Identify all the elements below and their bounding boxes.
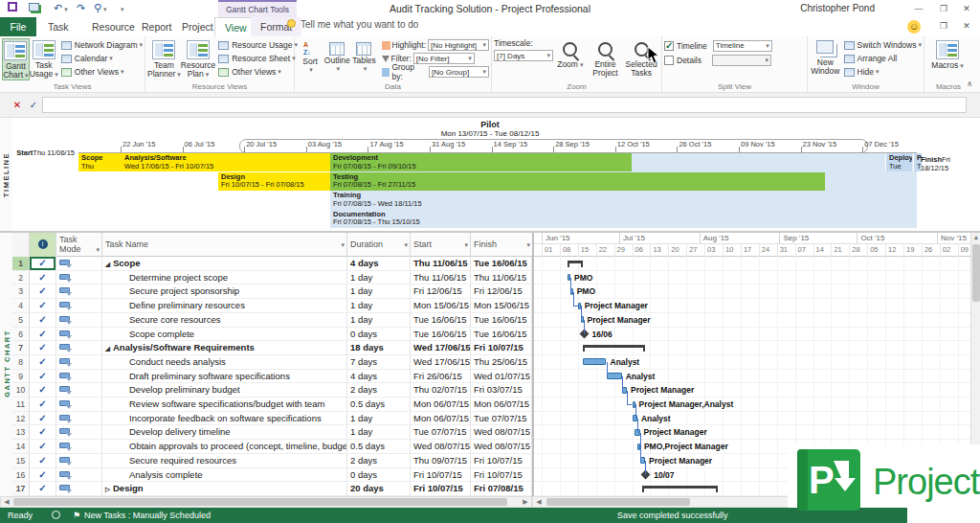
- scroll-up-icon[interactable]: ▲: [971, 233, 980, 242]
- table-row[interactable]: 8✓Conduct needs analysis7 daysWed 17/06/…: [12, 355, 532, 370]
- switch-windows-button[interactable]: Switch Windows▾: [844, 38, 922, 52]
- finish-cell[interactable]: Fri 10/07/15: [471, 341, 532, 355]
- resource-usage-button[interactable]: Resource Usage▾: [218, 38, 298, 52]
- accessibility-icon[interactable]: [52, 511, 60, 519]
- groupby-dropdown[interactable]: [No Group]▾: [429, 66, 489, 78]
- new-tasks-status[interactable]: New Tasks : Manually Scheduled: [84, 511, 211, 520]
- duration-cell[interactable]: 1 day: [347, 425, 411, 440]
- table-row[interactable]: 1✓◢Scope4 daysThu 11/06/15Tue 16/06/15: [12, 257, 532, 271]
- gantt-task-bar[interactable]: [583, 358, 606, 365]
- task-mode-cell[interactable]: [56, 284, 102, 299]
- task-mode-cell[interactable]: [56, 454, 102, 468]
- finish-column-header[interactable]: Finish▾: [471, 233, 532, 257]
- task-name-cell[interactable]: Conduct needs analysis: [102, 355, 347, 370]
- duration-cell[interactable]: 2 days: [347, 454, 411, 468]
- start-cell[interactable]: Thu 09/07/15: [411, 454, 471, 468]
- info-cell[interactable]: ✓: [30, 284, 56, 299]
- task-mode-cell[interactable]: [56, 482, 102, 496]
- task-mode-cell[interactable]: [56, 370, 102, 384]
- timeline-bar-analysis-software[interactable]: Analysis/SoftwareWed 17/06/15 - Fri 10/0…: [122, 153, 330, 171]
- restore-button[interactable]: ❐: [934, 2, 953, 15]
- collapse-icon[interactable]: ◢: [105, 258, 110, 271]
- timeline-bar-development[interactable]: DevelopmentFri 07/08/15 - Fri 09/10/15: [330, 153, 632, 171]
- task-mode-cell[interactable]: [56, 412, 102, 426]
- row-number[interactable]: 4: [12, 299, 30, 313]
- scrollbar-thumb[interactable]: [13, 498, 507, 506]
- row-number[interactable]: 1: [12, 257, 30, 271]
- entry-input[interactable]: [42, 97, 967, 113]
- info-cell[interactable]: ✓: [30, 313, 56, 328]
- close-button[interactable]: ✕: [957, 2, 976, 15]
- table-row[interactable]: 9✓Draft preliminary software specificati…: [12, 370, 532, 384]
- info-column-header[interactable]: i: [30, 233, 56, 257]
- row-number[interactable]: 6: [12, 328, 30, 342]
- table-row[interactable]: 12✓Incorporate feedback on software spec…: [12, 412, 532, 426]
- info-cell[interactable]: ✓: [30, 383, 56, 398]
- task-usage-button[interactable]: Task Usage▾: [30, 38, 58, 80]
- finish-cell[interactable]: Fri 07/08/15: [471, 482, 532, 496]
- row-number[interactable]: 2: [12, 271, 30, 285]
- timeline-bar-deploy[interactable]: DeployTue: [885, 153, 912, 171]
- row-number[interactable]: 5: [12, 313, 30, 328]
- table-row[interactable]: 17✓▷Design20 daysFri 10/07/15Fri 07/08/1…: [12, 482, 532, 496]
- row-number[interactable]: 10: [12, 383, 30, 398]
- task-name-cell[interactable]: Determine project scope: [102, 271, 347, 285]
- task-name-cell[interactable]: Secure project sponsorship: [102, 284, 347, 299]
- duration-cell[interactable]: 1 day: [347, 299, 411, 313]
- task-name-cell[interactable]: Analysis complete: [102, 468, 347, 483]
- info-cell[interactable]: ✓: [30, 425, 56, 440]
- tell-me-box[interactable]: Tell me what you want to do: [287, 19, 418, 30]
- task-mode-cell[interactable]: [56, 383, 102, 398]
- start-cell[interactable]: Mon 06/07/15: [411, 412, 471, 426]
- new-window-button[interactable]: New Window: [810, 38, 841, 80]
- finish-cell[interactable]: Tue 07/07/15: [471, 412, 532, 426]
- task-mode-cell[interactable]: [56, 440, 102, 454]
- table-row[interactable]: 5✓Secure core resources1 dayTue 16/06/15…: [12, 313, 532, 328]
- task-name-cell[interactable]: Obtain approvals to proceed (concept, ti…: [102, 440, 347, 454]
- row-number[interactable]: 15: [12, 454, 30, 468]
- row-number[interactable]: 16: [12, 468, 30, 483]
- timeline-bar-design[interactable]: DesignFri 10/07/15 - Fri 07/08/15: [218, 172, 330, 191]
- start-cell[interactable]: Fri 12/06/15: [411, 284, 471, 299]
- start-cell[interactable]: Thu 11/06/15: [411, 257, 471, 271]
- task-name-cell[interactable]: ▷Design: [102, 482, 347, 496]
- start-cell[interactable]: Wed 17/06/15: [411, 341, 471, 355]
- scroll-left-icon[interactable]: ◀: [1, 497, 12, 507]
- table-row[interactable]: 6✓Scope complete0 daysTue 16/06/15Tue 16…: [12, 328, 532, 342]
- task-name-cell[interactable]: Draft preliminary software specification…: [102, 370, 347, 384]
- row-number[interactable]: 9: [12, 370, 30, 384]
- duration-cell[interactable]: 0.5 days: [347, 440, 411, 454]
- outline-button[interactable]: Outline▾: [323, 38, 350, 80]
- collapse-ribbon-icon[interactable]: ∧: [967, 80, 972, 88]
- doc-close-button[interactable]: ✕: [957, 19, 976, 33]
- scrollbar-thumb[interactable]: [972, 244, 980, 302]
- row-number[interactable]: 14: [12, 440, 30, 454]
- details-checkbox[interactable]: [664, 56, 674, 65]
- task-name-cell[interactable]: ◢Scope: [102, 257, 347, 271]
- duration-cell[interactable]: 4 days: [347, 257, 411, 271]
- row-number[interactable]: 11: [12, 398, 30, 412]
- task-mode-cell[interactable]: [56, 398, 102, 412]
- feedback-smiley-icon[interactable]: ☺: [907, 20, 921, 34]
- timeline-bar-documentation[interactable]: DocumentationFri 07/08/15 - Thu 15/10/15: [330, 210, 914, 228]
- confirm-entry-button[interactable]: ✓: [26, 98, 41, 113]
- task-name-cell[interactable]: Define preliminary resources: [102, 299, 347, 313]
- duration-cell[interactable]: 0 days: [347, 468, 411, 483]
- minimize-button[interactable]: —: [909, 2, 928, 15]
- select-all-corner[interactable]: [12, 233, 30, 257]
- gantt-summary-bar[interactable]: [568, 261, 583, 263]
- table-row[interactable]: 7✓◢Analysis/Software Requirements18 days…: [12, 341, 532, 355]
- finish-cell[interactable]: Mon 15/06/15: [471, 299, 532, 313]
- table-row[interactable]: 4✓Define preliminary resources1 dayMon 1…: [12, 299, 532, 313]
- table-horizontal-scrollbar[interactable]: ◀ ▶: [0, 496, 532, 508]
- info-cell[interactable]: ✓: [30, 468, 56, 483]
- finish-cell[interactable]: Fri 03/07/15: [471, 383, 532, 398]
- finish-cell[interactable]: Thu 11/06/15: [471, 271, 532, 285]
- task-name-cell[interactable]: Secure required resources: [102, 454, 347, 468]
- row-number[interactable]: 7: [12, 341, 30, 355]
- finish-cell[interactable]: Mon 06/07/15: [471, 398, 532, 412]
- timeline-bar-scope[interactable]: ScopeThu: [78, 153, 122, 171]
- start-cell[interactable]: Tue 07/07/15: [411, 425, 471, 440]
- finish-cell[interactable]: Fri 10/07/15: [471, 454, 532, 468]
- account-user-name[interactable]: Christopher Pond: [800, 3, 875, 13]
